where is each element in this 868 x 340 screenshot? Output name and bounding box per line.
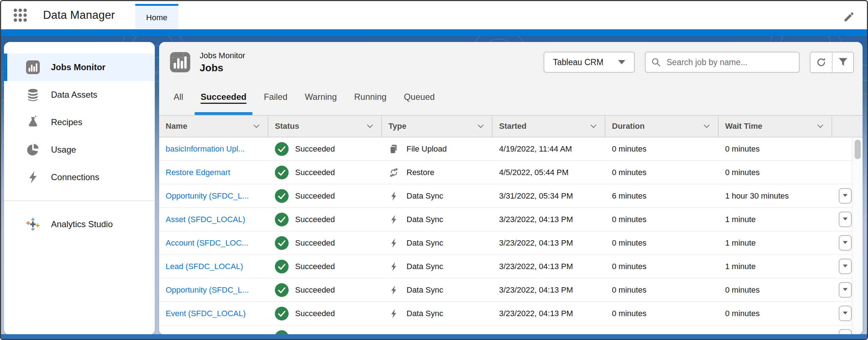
wait-time-cell: 1 hour 30 minutes	[719, 184, 832, 207]
name-cell: Asset (SFDC_LOCAL)	[159, 208, 268, 231]
data-assets-icon	[25, 88, 41, 102]
caret-down-icon	[842, 286, 848, 293]
job-name-link[interactable]: Lead (SFDC_LOCAL)	[166, 262, 243, 271]
name-cell: Event (SFDC_LOCAL)	[159, 302, 268, 325]
sidebar-item-usage[interactable]: Usage	[4, 136, 155, 163]
tab-failed[interactable]: Failed	[255, 79, 296, 115]
type-cell: Data Sync	[382, 302, 493, 325]
column-header-wait-time[interactable]: Wait Time	[719, 116, 832, 137]
app-launcher-icon[interactable]	[12, 7, 29, 24]
data-sync-icon	[388, 214, 399, 225]
app-window: Data Manager Home Jobs MonitorData Asset…	[0, 0, 868, 340]
filter-icon	[838, 56, 848, 68]
row-actions-button[interactable]	[839, 259, 852, 274]
scrollbar-thumb[interactable]	[855, 140, 861, 159]
started-cell: 4/5/2022, 05:44 PM	[493, 161, 605, 184]
job-name-link[interactable]: Opportunity (SFDC_L...	[166, 285, 249, 295]
search-input[interactable]	[645, 52, 800, 73]
sidebar-item-label: Jobs Monitor	[51, 62, 106, 72]
source-selector[interactable]: Tableau CRM	[544, 52, 635, 73]
refresh-button[interactable]	[810, 52, 832, 72]
started-value: 4/5/2022, 05:44 PM	[499, 168, 569, 177]
type-label: Data Sync	[407, 238, 443, 248]
page-titles: Jobs Monitor Jobs	[200, 51, 245, 74]
sidebar-item-connections[interactable]: Connections	[4, 163, 155, 191]
sidebar-item-data-assets[interactable]: Data Assets	[4, 81, 155, 109]
row-actions-button[interactable]	[839, 282, 852, 298]
sidebar-item-jobs-monitor[interactable]: Jobs Monitor	[4, 54, 155, 81]
wait-time-value: 1 hour 30 minutes	[725, 191, 789, 201]
column-header-label: Started	[499, 122, 527, 131]
actions-cell	[832, 279, 852, 301]
status-label: Succeeded	[295, 238, 335, 248]
sidebar-item-label: Connections	[51, 172, 99, 182]
column-header-type[interactable]: Type	[382, 116, 493, 137]
usage-icon	[25, 143, 41, 157]
type-label: Restore	[407, 168, 434, 177]
job-name-link[interactable]: Asset (SFDC_LOCAL)	[166, 215, 245, 224]
row-actions-button[interactable]	[839, 306, 852, 321]
success-check-icon	[275, 166, 289, 179]
actions-cell	[832, 326, 852, 335]
tab-label: All	[174, 92, 183, 102]
job-name-link[interactable]: Account (SFDC_LOC...	[166, 238, 248, 248]
type-label: Data Sync	[407, 215, 443, 224]
tab-all[interactable]: All	[165, 79, 192, 115]
tab-label: Warning	[305, 92, 337, 102]
wait-time-cell: 0 minutes	[719, 161, 832, 184]
filter-button[interactable]	[832, 52, 853, 72]
wait-time-cell: 1 minute	[719, 231, 832, 254]
tab-running[interactable]: Running	[345, 79, 395, 115]
column-header-status[interactable]: Status	[268, 116, 382, 137]
job-name-link[interactable]: basicInformation Upl...	[166, 144, 245, 154]
tab-home[interactable]: Home	[135, 4, 178, 29]
recipes-icon	[25, 115, 41, 129]
duration-cell: 6 minutes	[605, 184, 719, 207]
table-row: basicInformation Upl...SucceededFile Upl…	[159, 137, 852, 161]
success-check-icon	[275, 283, 289, 297]
row-actions-button[interactable]	[839, 212, 852, 227]
started-cell	[493, 326, 605, 335]
row-actions-button[interactable]	[839, 188, 852, 204]
sidebar-nav: Jobs MonitorData AssetsRecipesUsageConne…	[4, 54, 155, 238]
duration-cell: 0 minutes	[605, 161, 719, 184]
column-header-name[interactable]: Name	[159, 116, 268, 137]
column-header-started[interactable]: Started	[493, 116, 605, 137]
status-cell: Succeeded	[268, 208, 382, 231]
duration-cell: 0 minutes	[605, 208, 719, 231]
column-header-duration[interactable]: Duration	[605, 116, 719, 137]
started-cell: 3/23/2022, 04:13 PM	[493, 279, 605, 301]
status-label: Succeeded	[295, 191, 335, 201]
name-cell: Opportunity (SFDC_L...	[159, 279, 268, 301]
duration-cell: 0 minutes	[605, 137, 719, 160]
status-label: Succeeded	[295, 144, 335, 154]
row-actions-button[interactable]	[839, 235, 852, 251]
status-cell: Succeeded	[268, 255, 382, 278]
sidebar-item-recipes[interactable]: Recipes	[4, 109, 155, 136]
duration-value: 0 minutes	[612, 168, 646, 177]
tab-succeeded[interactable]: Succeeded	[192, 79, 255, 115]
column-header-label: Type	[388, 122, 407, 131]
wait-time-value: 1 minute	[725, 262, 756, 271]
status-cell	[268, 326, 382, 335]
jobs-panel: Jobs Monitor Jobs Tableau CRM	[159, 42, 863, 335]
job-name-link[interactable]: Event (SFDC_LOCAL)	[166, 309, 246, 318]
context-label: Jobs Monitor	[200, 51, 245, 60]
analytics-studio-icon	[25, 217, 41, 231]
started-cell: 3/31/2022, 05:34 PM	[493, 184, 605, 207]
edit-pencil-icon[interactable]	[843, 11, 855, 24]
sidebar-divider	[4, 200, 155, 201]
duration-cell: 0 minutes	[605, 255, 719, 278]
job-name-link[interactable]: Opportunity (SFDC_L...	[166, 191, 249, 201]
wait-time-value: 1 minute	[725, 215, 756, 224]
tab-warning[interactable]: Warning	[296, 79, 345, 115]
connections-icon	[25, 170, 41, 184]
tab-queued[interactable]: Queued	[395, 79, 443, 115]
job-name-link[interactable]: Restore Edgemart	[166, 168, 230, 177]
refresh-icon	[816, 56, 827, 68]
sidebar-item-analytics-studio[interactable]: Analytics Studio	[4, 211, 155, 238]
duration-value: 0 minutes	[612, 262, 646, 271]
wait-time-cell: 0 minutes	[719, 137, 832, 160]
restore-icon	[388, 167, 399, 178]
file-upload-icon	[388, 144, 399, 154]
